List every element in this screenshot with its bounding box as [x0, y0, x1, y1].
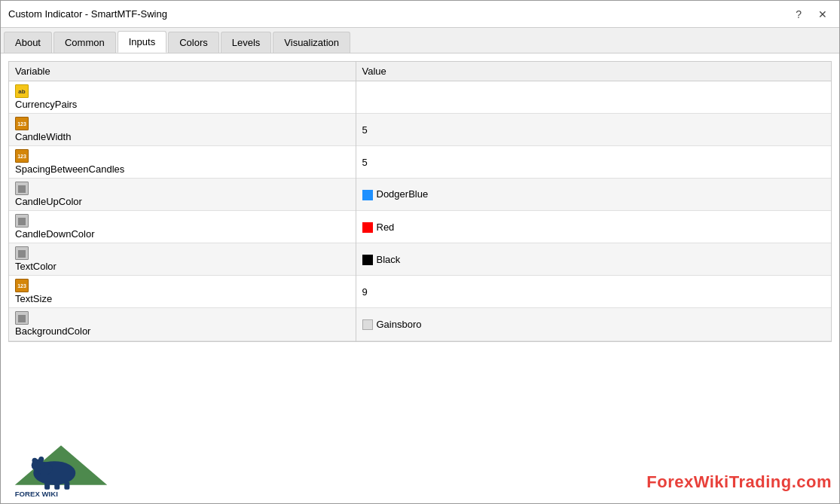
svg-point-5 — [38, 457, 44, 462]
inputs-table-container: Variable Value abCurrencyPairs123CandleW… — [8, 61, 832, 342]
title-controls: ? ✕ — [791, 7, 832, 22]
table-row[interactable]: BackgroundColorGainsboro — [9, 308, 831, 341]
table-row[interactable]: CandleUpColorDodgerBlue — [9, 179, 831, 211]
svg-text:FOREX WIKI: FOREX WIKI — [15, 490, 58, 498]
variable-name: CandleUpColor — [15, 196, 82, 207]
close-button[interactable]: ✕ — [814, 7, 832, 22]
param-value: 5 — [362, 124, 368, 136]
value-cell — [356, 81, 831, 114]
watermark-container: FOREX WIKI TRADING ForexWikiTrading.com — [1, 424, 839, 503]
value-cell: 5 — [356, 146, 831, 179]
value-cell: Black — [356, 243, 831, 276]
content-area: Variable Value abCurrencyPairs123CandleW… — [1, 53, 839, 503]
ab-icon: ab — [15, 84, 29, 98]
help-button[interactable]: ? — [791, 7, 806, 22]
tab-levels[interactable]: Levels — [221, 32, 272, 53]
value-cell: DodgerBlue — [356, 179, 831, 211]
tab-common[interactable]: Common — [53, 32, 116, 53]
variable-cell: TextColor — [9, 243, 356, 276]
value-cell: Gainsboro — [356, 308, 831, 341]
color-value: Red — [377, 221, 395, 233]
table-row[interactable]: 123CandleWidth5 — [9, 114, 831, 146]
svg-text:TRADING: TRADING — [25, 498, 51, 499]
color-value: Black — [377, 254, 401, 265]
forex-wiki-logo: FOREX WIKI TRADING — [8, 424, 114, 499]
tab-visualization[interactable]: Visualization — [273, 32, 350, 53]
main-window: Custom Indicator - SmartMTF-Swing ? ✕ Ab… — [0, 0, 840, 504]
col-header-value: Value — [356, 62, 831, 81]
color-swatch — [362, 319, 373, 330]
logo-area: FOREX WIKI TRADING — [8, 424, 114, 499]
color-type-icon — [15, 246, 29, 260]
watermark-url: ForexWikiTrading.com — [646, 472, 832, 492]
tab-colors[interactable]: Colors — [168, 32, 219, 53]
variable-name: CandleDownColor — [15, 228, 95, 240]
table-row[interactable]: 123SpacingBetweenCandles5 — [9, 146, 831, 179]
numeric-icon: 123 — [15, 149, 29, 163]
color-swatch — [362, 255, 373, 265]
value-cell: Red — [356, 211, 831, 243]
color-type-icon — [15, 182, 29, 195]
variable-cell: 123CandleWidth — [9, 114, 356, 146]
variable-cell: abCurrencyPairs — [9, 81, 356, 114]
variable-name: TextSize — [15, 293, 52, 304]
variable-cell: 123SpacingBetweenCandles — [9, 146, 356, 179]
tab-bar: About Common Inputs Colors Levels Visual… — [1, 28, 839, 53]
svg-point-2 — [37, 462, 53, 475]
tab-inputs[interactable]: Inputs — [118, 31, 166, 53]
variable-cell: BackgroundColor — [9, 308, 356, 341]
table-row[interactable]: 123TextSize9 — [9, 276, 831, 308]
color-swatch — [362, 222, 373, 233]
param-value: 9 — [362, 286, 368, 298]
tab-about[interactable]: About — [4, 32, 52, 53]
variable-cell: 123TextSize — [9, 276, 356, 308]
svg-point-4 — [32, 458, 38, 463]
title-bar: Custom Indicator - SmartMTF-Swing ? ✕ — [1, 1, 839, 28]
table-row[interactable]: TextColorBlack — [9, 243, 831, 276]
color-value: DodgerBlue — [377, 188, 429, 200]
svg-rect-8 — [64, 481, 69, 490]
svg-rect-6 — [44, 481, 50, 490]
variable-cell: CandleUpColor — [9, 179, 356, 211]
inputs-table: Variable Value abCurrencyPairs123CandleW… — [9, 62, 831, 341]
value-cell: 5 — [356, 114, 831, 146]
variable-name: TextColor — [15, 261, 57, 272]
color-swatch — [362, 190, 373, 200]
variable-name: CurrencyPairs — [15, 99, 77, 110]
param-value: 5 — [362, 157, 368, 168]
color-type-icon — [15, 214, 29, 228]
numeric-icon: 123 — [15, 279, 29, 292]
variable-cell: CandleDownColor — [9, 211, 356, 243]
col-header-variable: Variable — [9, 62, 356, 81]
color-type-icon — [15, 311, 29, 325]
svg-rect-7 — [54, 481, 60, 490]
table-row[interactable]: CandleDownColorRed — [9, 211, 831, 243]
variable-name: BackgroundColor — [15, 326, 90, 338]
svg-point-1 — [33, 461, 75, 485]
table-row[interactable]: abCurrencyPairs — [9, 81, 831, 114]
variable-name: CandleWidth — [15, 131, 71, 142]
color-value: Gainsboro — [377, 319, 422, 330]
svg-marker-0 — [15, 445, 108, 485]
window-title: Custom Indicator - SmartMTF-Swing — [8, 8, 167, 20]
svg-point-3 — [32, 460, 45, 472]
table-header-row: Variable Value — [9, 62, 831, 81]
variable-name: SpacingBetweenCandles — [15, 163, 124, 175]
value-cell: 9 — [356, 276, 831, 308]
numeric-icon: 123 — [15, 117, 29, 130]
